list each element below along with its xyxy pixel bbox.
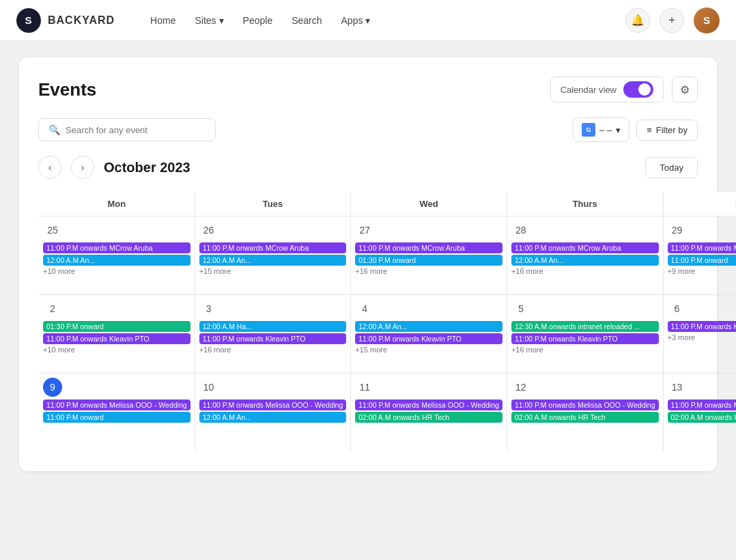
- col-wed: Wed: [351, 192, 507, 216]
- col-fri: Fri: [663, 192, 736, 216]
- list-item[interactable]: 11:00 P.M onwards MCrow Aruba: [668, 242, 737, 253]
- topnav: S BACKYARD Home Sites ▾ People Search Ap…: [0, 0, 736, 41]
- main-content: Events Calendar view ⚙ 🔍: [0, 41, 736, 488]
- search-input[interactable]: [66, 125, 206, 135]
- calendar-grid: Mon Tues Wed Thurs Fri Sat Sun 2511:00 P…: [38, 191, 736, 452]
- list-item[interactable]: 01:30 P.M onward: [43, 321, 190, 332]
- search-box[interactable]: 🔍: [38, 118, 216, 141]
- more-events-link[interactable]: +10 more: [43, 346, 190, 354]
- page-title: Events: [38, 79, 96, 100]
- add-button[interactable]: ＋: [660, 8, 684, 33]
- gear-icon: ⚙: [680, 83, 690, 96]
- list-item[interactable]: 02:00 A.M onwards HR Tech: [511, 412, 659, 423]
- chevron-down-icon: ▾: [365, 15, 370, 26]
- list-item[interactable]: 02:00 A.M onwards HR Tech: [355, 412, 503, 423]
- table-row[interactable]: 2511:00 P.M onwards MCrow Aruba12:00 A.M…: [39, 216, 195, 295]
- table-row[interactable]: 1211:00 P.M onwards Melissa OOO - Weddin…: [507, 374, 663, 452]
- nav-people[interactable]: People: [243, 15, 273, 26]
- events-card: Events Calendar view ⚙ 🔍: [19, 57, 717, 471]
- table-row[interactable]: 412:00 A.M An...11:00 P.M onwards Kleavi…: [351, 295, 507, 374]
- list-item[interactable]: 11:00 P.M onwards Melissa OOO - Wedding: [199, 400, 347, 410]
- avatar[interactable]: S: [694, 8, 720, 33]
- col-tues: Tues: [195, 192, 351, 216]
- more-events-link[interactable]: +3 more: [668, 333, 737, 341]
- list-item[interactable]: 11:00 P.M onward: [43, 412, 190, 423]
- day-number: 25: [43, 221, 62, 240]
- brand[interactable]: S BACKYARD: [16, 8, 115, 33]
- list-item[interactable]: 11:00 P.M onwards Kleavin PTO: [668, 321, 737, 332]
- table-row[interactable]: 2711:00 P.M onwards MCrow Aruba01:30 P.M…: [351, 216, 507, 295]
- list-item[interactable]: 11:00 P.M onwards MCrow Aruba: [43, 242, 190, 253]
- topnav-right: 🔔 ＋ S: [625, 8, 720, 33]
- list-item[interactable]: 12:30 A.M onwards intranet reloaded ...: [511, 321, 659, 332]
- table-row[interactable]: 911:00 P.M onwards Melissa OOO - Wedding…: [39, 374, 195, 452]
- table-row[interactable]: 201:30 P.M onward11:00 P.M onwards Kleav…: [39, 295, 195, 374]
- list-item[interactable]: 11:00 P.M onwards Melissa OOO - Wedding: [43, 400, 190, 410]
- nav-home[interactable]: Home: [150, 15, 175, 26]
- list-item[interactable]: 12:00 A.M An...: [355, 321, 503, 332]
- today-button[interactable]: Today: [645, 157, 698, 178]
- more-events-link[interactable]: +15 more: [199, 267, 347, 275]
- list-item[interactable]: 02:00 A.M onwards HR Tech: [668, 412, 737, 423]
- more-events-link[interactable]: +15 more: [355, 346, 503, 354]
- table-row[interactable]: 2911:00 P.M onwards MCrow Aruba11:00 P.M…: [663, 216, 736, 295]
- list-item[interactable]: 11:00 P.M onwards MCrow Aruba: [199, 242, 347, 253]
- notifications-button[interactable]: 🔔: [625, 8, 650, 33]
- toggle-knob: [638, 83, 651, 96]
- calendar-header-row: Mon Tues Wed Thurs Fri Sat Sun: [39, 192, 737, 216]
- list-item[interactable]: 11:00 P.M onwards Kleavin PTO: [355, 333, 503, 344]
- list-item[interactable]: 11:00 P.M onwards Melissa OOO - Wedding: [511, 400, 659, 410]
- filter-label: Filter by: [656, 125, 688, 135]
- table-row[interactable]: 2811:00 P.M onwards MCrow Aruba12:00 A.M…: [507, 216, 663, 295]
- table-row[interactable]: 2611:00 P.M onwards MCrow Aruba12:00 A.M…: [195, 216, 351, 295]
- table-row[interactable]: 1311:00 P.M onwards Melissa OOO - Weddin…: [663, 374, 736, 452]
- day-number: 6: [668, 299, 687, 318]
- nav-search[interactable]: Search: [292, 15, 322, 26]
- list-item[interactable]: 12:00 A.M An...: [511, 255, 659, 266]
- table-row[interactable]: 611:00 P.M onwards Kleavin PTO+3 more: [663, 295, 736, 374]
- more-events-link[interactable]: +16 more: [199, 346, 347, 354]
- more-events-link[interactable]: +9 more: [668, 267, 737, 275]
- filter-button[interactable]: ≡ Filter by: [636, 120, 698, 141]
- more-events-link[interactable]: +10 more: [43, 267, 190, 275]
- list-item[interactable]: 12:00 A.M An...: [199, 412, 347, 423]
- list-item[interactable]: 12:00 A.M Ha...: [199, 321, 347, 332]
- toolbar-right: G – – ▾ ≡ Filter by: [573, 117, 698, 142]
- day-number: 28: [511, 221, 530, 240]
- settings-button[interactable]: ⚙: [672, 76, 698, 102]
- table-row[interactable]: 312:00 A.M Ha...11:00 P.M onwards Kleavi…: [195, 295, 351, 374]
- list-item[interactable]: 11:00 P.M onwards Kleavin PTO: [199, 333, 347, 344]
- day-number: 12: [511, 378, 530, 397]
- table-row[interactable]: 1111:00 P.M onwards Melissa OOO - Weddin…: [351, 374, 507, 452]
- list-item[interactable]: 11:00 P.M onwards Melissa OOO - Wedding: [668, 400, 737, 410]
- list-item[interactable]: 12:00 A.M An...: [43, 255, 190, 266]
- list-item[interactable]: 01:30 P.M onward: [355, 255, 503, 266]
- list-item[interactable]: 11:00 P.M onwards Melissa OOO - Wedding: [355, 400, 503, 410]
- list-item[interactable]: 12:00 A.M An...: [199, 255, 347, 266]
- next-month-button[interactable]: ›: [71, 156, 94, 179]
- calendar-view-toggle[interactable]: Calendar view: [550, 76, 664, 102]
- list-item[interactable]: 11:00 P.M onwards Kleavin PTO: [511, 333, 659, 344]
- list-item[interactable]: 11:00 P.M onwards MCrow Aruba: [511, 242, 659, 253]
- more-events-link[interactable]: +16 more: [355, 267, 503, 275]
- prev-month-button[interactable]: ‹: [38, 156, 61, 179]
- day-number: 13: [668, 378, 687, 397]
- more-events-link[interactable]: +16 more: [511, 267, 659, 275]
- day-number: 3: [199, 299, 218, 318]
- calendar-week-row: 2511:00 P.M onwards MCrow Aruba12:00 A.M…: [39, 216, 737, 295]
- nav-apps[interactable]: Apps ▾: [341, 15, 371, 26]
- list-item[interactable]: 11:00 P.M onwards MCrow Aruba: [355, 242, 503, 253]
- calendar-nav: ‹ › October 2023 Today: [38, 156, 698, 179]
- list-item[interactable]: 11:00 P.M onwards Kleavin PTO: [43, 333, 190, 344]
- topnav-links: Home Sites ▾ People Search Apps ▾: [150, 15, 604, 26]
- table-row[interactable]: 512:30 A.M onwards intranet reloaded ...…: [507, 295, 663, 374]
- more-events-link[interactable]: +16 more: [511, 346, 659, 354]
- calendar-source-dash: – –: [599, 125, 612, 135]
- nav-sites[interactable]: Sites ▾: [195, 15, 223, 26]
- plus-icon: ＋: [666, 13, 677, 27]
- toggle-switch[interactable]: [623, 81, 653, 98]
- calendar-source-button[interactable]: G – – ▾: [573, 117, 629, 142]
- toolbar: 🔍 G – – ▾ ≡ Filter by: [38, 117, 698, 142]
- list-item[interactable]: 11:00 P.M onward: [668, 255, 737, 266]
- table-row[interactable]: 1011:00 P.M onwards Melissa OOO - Weddin…: [195, 374, 351, 452]
